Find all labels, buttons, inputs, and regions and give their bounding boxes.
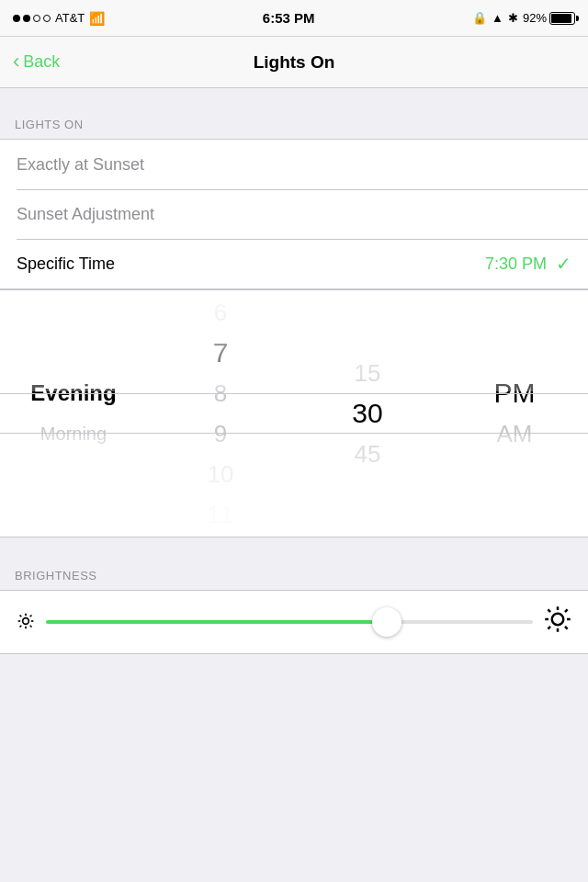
status-bar: AT&T 📶 6:53 PM 🔒 ▲ ✱ 92% — [0, 0, 588, 37]
nav-bar: ‹ Back Lights On — [0, 37, 588, 88]
bluetooth-icon: ✱ — [508, 11, 518, 25]
brightness-slider-fill — [46, 620, 387, 624]
location-icon: ▲ — [492, 11, 503, 25]
time-picker[interactable]: Evening Morning 6 7 8 9 10 11 15 30 45 P… — [0, 289, 588, 537]
picker-period-evening: Evening — [0, 373, 147, 413]
svg-line-16 — [565, 609, 568, 612]
row-specific-time[interactable]: Specific Time 7:30 PM ✓ — [0, 239, 588, 288]
svg-line-7 — [30, 615, 32, 616]
picker-hour-9: 9 — [147, 413, 294, 454]
picker-hour-11: 11 — [147, 494, 294, 535]
picker-hour-10: 10 — [147, 454, 294, 494]
signal-dot-1 — [13, 15, 20, 22]
brightness-row — [0, 590, 588, 654]
picker-minute-15: 15 — [294, 353, 441, 393]
status-left: AT&T 📶 — [13, 11, 105, 26]
picker-minute-45: 45 — [294, 434, 441, 474]
brightness-slider-track[interactable] — [46, 620, 533, 624]
signal-dot-2 — [23, 15, 30, 22]
lights-on-section-header: LIGHTS ON — [0, 103, 588, 139]
sun-small-icon — [17, 612, 35, 633]
back-label: Back — [23, 52, 60, 72]
row-sunset-adjustment[interactable]: Sunset Adjustment — [0, 189, 588, 239]
battery-percent: 92% — [523, 11, 547, 25]
brightness-section-header: BRIGHTNESS — [0, 560, 588, 590]
picker-minute-30: 30 — [294, 393, 441, 434]
brightness-section: BRIGHTNESS — [0, 560, 588, 654]
svg-line-15 — [565, 627, 568, 629]
checkmark-icon: ✓ — [556, 253, 571, 275]
svg-line-14 — [548, 609, 550, 612]
specific-time-label: Specific Time — [17, 254, 485, 274]
picker-columns: Evening Morning 6 7 8 9 10 11 15 30 45 P… — [0, 290, 588, 537]
svg-line-6 — [30, 625, 32, 627]
picker-ampm-pm: PM — [441, 373, 588, 413]
carrier-label: AT&T — [55, 11, 85, 25]
svg-line-17 — [548, 627, 550, 629]
back-button[interactable]: ‹ Back — [13, 52, 60, 72]
picker-col-minutes[interactable]: 15 30 45 — [294, 290, 441, 537]
wifi-icon: 📶 — [89, 11, 105, 26]
picker-hour-7: 7 — [147, 333, 294, 373]
status-right: 🔒 ▲ ✱ 92% — [472, 11, 575, 25]
page-title: Lights On — [254, 52, 335, 73]
picker-col-period[interactable]: Evening Morning — [0, 290, 147, 537]
specific-time-value: 7:30 PM — [485, 254, 547, 274]
lock-icon: 🔒 — [472, 11, 487, 25]
status-time: 6:53 PM — [263, 10, 315, 26]
picker-col-hours[interactable]: 6 7 8 9 10 11 — [147, 290, 294, 537]
signal-dots — [13, 15, 51, 22]
exactly-at-sunset-label: Exactly at Sunset — [17, 155, 571, 175]
battery-fill — [551, 14, 571, 23]
row-exactly-at-sunset[interactable]: Exactly at Sunset — [0, 140, 588, 189]
signal-dot-3 — [33, 15, 40, 22]
picker-period-morning: Morning — [0, 413, 147, 454]
svg-line-5 — [20, 615, 22, 616]
picker-hour-6: 6 — [147, 292, 294, 333]
top-spacer — [0, 88, 588, 103]
battery: 92% — [523, 11, 575, 25]
picker-hour-8: 8 — [147, 373, 294, 413]
battery-bar — [549, 12, 575, 25]
picker-ampm-am: AM — [441, 413, 588, 454]
brightness-slider-thumb[interactable] — [372, 607, 401, 637]
signal-dot-4 — [43, 15, 51, 22]
picker-col-ampm[interactable]: PM AM — [441, 290, 588, 537]
svg-point-0 — [23, 617, 29, 624]
specific-time-value-group: 7:30 PM ✓ — [485, 253, 571, 275]
sunset-adjustment-label: Sunset Adjustment — [17, 205, 571, 224]
lights-on-table: Exactly at Sunset Sunset Adjustment Spec… — [0, 139, 588, 289]
back-chevron-icon: ‹ — [13, 51, 19, 72]
sun-large-icon — [544, 605, 571, 639]
svg-point-9 — [552, 614, 564, 626]
svg-line-8 — [20, 625, 22, 627]
